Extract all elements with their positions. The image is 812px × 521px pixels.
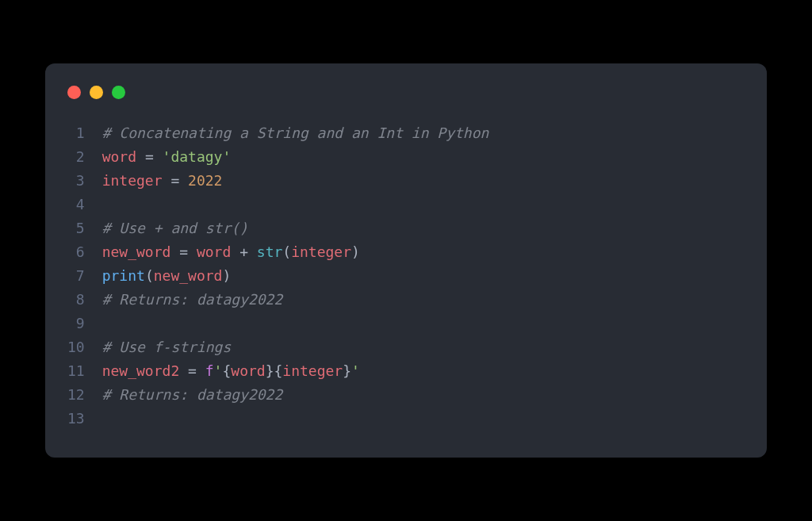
line-number: 8 xyxy=(67,288,85,312)
code-line: new_word = word + str(integer) xyxy=(102,240,489,264)
code-line xyxy=(102,312,489,335)
maximize-icon[interactable] xyxy=(112,86,125,99)
line-number: 10 xyxy=(67,335,85,359)
line-number: 2 xyxy=(67,145,85,169)
code-line: new_word2 = f'{word}{integer}' xyxy=(102,359,489,383)
close-icon[interactable] xyxy=(67,86,81,99)
code-line: # Use f-strings xyxy=(102,335,489,359)
line-number: 1 xyxy=(67,121,85,145)
code-line: integer = 2022 xyxy=(102,169,489,193)
code-area: 1 2 3 4 5 6 7 8 9 10 11 12 13 # Concaten… xyxy=(45,121,767,431)
line-number: 6 xyxy=(67,240,85,264)
code-line: # Concatenating a String and an Int in P… xyxy=(102,121,489,145)
line-number: 4 xyxy=(67,193,85,216)
code-line xyxy=(102,193,489,216)
line-number: 12 xyxy=(67,383,85,407)
code-line: # Returns: datagy2022 xyxy=(102,288,489,312)
line-number: 5 xyxy=(67,216,85,240)
line-number-gutter: 1 2 3 4 5 6 7 8 9 10 11 12 13 xyxy=(67,121,102,431)
line-number: 13 xyxy=(67,407,85,431)
minimize-icon[interactable] xyxy=(90,86,103,99)
line-number: 3 xyxy=(67,169,85,193)
line-number: 11 xyxy=(67,359,85,383)
code-line: # Use + and str() xyxy=(102,216,489,240)
code-editor-window: 1 2 3 4 5 6 7 8 9 10 11 12 13 # Concaten… xyxy=(45,63,767,458)
code-content[interactable]: # Concatenating a String and an Int in P… xyxy=(102,121,489,431)
code-line: # Returns: datagy2022 xyxy=(102,383,489,407)
window-controls xyxy=(45,86,767,99)
line-number: 9 xyxy=(67,312,85,335)
code-line: word = 'datagy' xyxy=(102,145,489,169)
code-line xyxy=(102,407,489,431)
code-line: print(new_word) xyxy=(102,264,489,288)
line-number: 7 xyxy=(67,264,85,288)
